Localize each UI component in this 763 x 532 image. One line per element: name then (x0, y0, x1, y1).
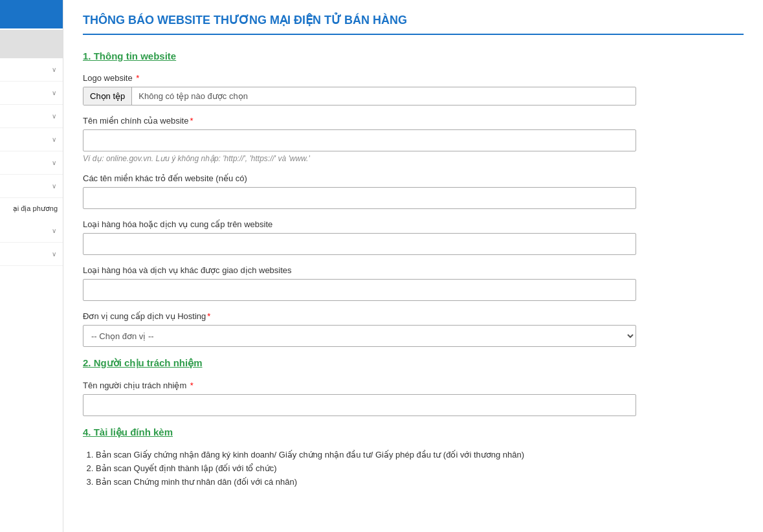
responsible-person-field-group: Tên người chịu trách nhiệm * (83, 381, 744, 416)
chevron-icon-6: ∨ (52, 183, 56, 190)
other-goods-input[interactable] (83, 279, 636, 301)
sidebar-item-7[interactable]: ∨ (0, 219, 63, 243)
domain-input[interactable] (83, 129, 636, 151)
goods-type-field-group: Loại hàng hóa hoặc dịch vụ cung cấp trên… (83, 219, 744, 255)
logo-field-group: Logo website * Chọn tệp Không có tệp nào… (83, 73, 744, 105)
domain-field-group: Tên miền chính của website* Ví dụ: onlin… (83, 116, 744, 163)
sidebar-local-label: ại địa phương (0, 198, 63, 219)
responsible-person-input[interactable] (83, 394, 636, 416)
hosting-label: Đơn vị cung cấp dịch vụ Hosting* (83, 311, 744, 321)
sidebar-item-5[interactable]: ∨ (0, 151, 63, 175)
choose-file-button[interactable]: Chọn tệp (83, 87, 132, 105)
sidebar-item-6[interactable]: ∨ (0, 175, 63, 198)
hosting-select[interactable]: -- Chọn đơn vị -- (83, 325, 636, 347)
chevron-icon-7: ∨ (52, 227, 56, 234)
chevron-icon-5: ∨ (52, 159, 56, 166)
section1-heading[interactable]: 1. Thông tin website (83, 50, 744, 61)
sidebar-item-8[interactable]: ∨ (0, 243, 63, 266)
responsible-person-label: Tên người chịu trách nhiệm * (83, 381, 744, 390)
attachment-item-2: Bản scan Quyết định thành lập (đối với t… (96, 463, 744, 473)
chevron-icon-2: ∨ (52, 89, 56, 96)
goods-type-input[interactable] (83, 233, 636, 255)
other-domains-input[interactable] (83, 187, 636, 209)
title-divider (83, 34, 744, 35)
chevron-icon-8: ∨ (52, 250, 56, 258)
other-goods-label: Loại hàng hóa và dịch vụ khác được giao … (83, 265, 744, 275)
domain-label: Tên miền chính của website* (83, 116, 744, 126)
file-name-display: Không có tệp nào được chọn (132, 87, 636, 105)
hosting-required: * (207, 311, 210, 321)
sidebar: ∨ ∨ ∨ ∨ ∨ ∨ ại địa phương ∨ ∨ (0, 0, 63, 532)
chevron-icon-4: ∨ (52, 136, 56, 143)
sidebar-item-3[interactable]: ∨ (0, 105, 63, 128)
main-content: THÔNG BÁO WEBSITE THƯƠNG MẠI ĐIỆN TỬ BÁN… (63, 0, 763, 532)
sidebar-item-1[interactable]: ∨ (0, 58, 63, 82)
other-domains-field-group: Các tên miền khác trỏ đến website (nếu c… (83, 173, 744, 209)
responsible-person-required: * (188, 381, 194, 390)
attachment-item-3: Bản scan Chứng minh thư nhân dân (đối vớ… (96, 477, 744, 487)
chevron-icon-3: ∨ (52, 113, 56, 120)
sidebar-active-block (0, 0, 63, 28)
section2-heading[interactable]: 2. Người chịu trách nhiệm (83, 357, 744, 369)
page-title: THÔNG BÁO WEBSITE THƯƠNG MẠI ĐIỆN TỬ BÁN… (83, 13, 744, 27)
chevron-icon-1: ∨ (52, 66, 56, 73)
attachments-list: Bản scan Giấy chứng nhận đăng ký kinh do… (83, 450, 744, 487)
hosting-field-group: Đơn vị cung cấp dịch vụ Hosting* -- Chọn… (83, 311, 744, 347)
attachment-item-1: Bản scan Giấy chứng nhận đăng ký kinh do… (96, 450, 744, 460)
other-domains-label: Các tên miền khác trỏ đến website (nếu c… (83, 173, 744, 183)
sidebar-gray-block (0, 30, 63, 58)
other-goods-field-group: Loại hàng hóa và dịch vụ khác được giao … (83, 265, 744, 301)
domain-required: * (190, 116, 193, 126)
sidebar-item-2[interactable]: ∨ (0, 82, 63, 105)
logo-file-input-row: Chọn tệp Không có tệp nào được chọn (83, 87, 636, 105)
goods-type-label: Loại hàng hóa hoặc dịch vụ cung cấp trên… (83, 219, 744, 229)
sidebar-item-4[interactable]: ∨ (0, 128, 63, 151)
logo-label: Logo website * (83, 73, 744, 83)
section4-heading[interactable]: 4. Tài liệu đính kèm (83, 427, 744, 438)
domain-hint: Ví dụ: online.gov.vn. Lưu ý không nhập: … (83, 154, 744, 163)
logo-required: * (134, 73, 140, 83)
